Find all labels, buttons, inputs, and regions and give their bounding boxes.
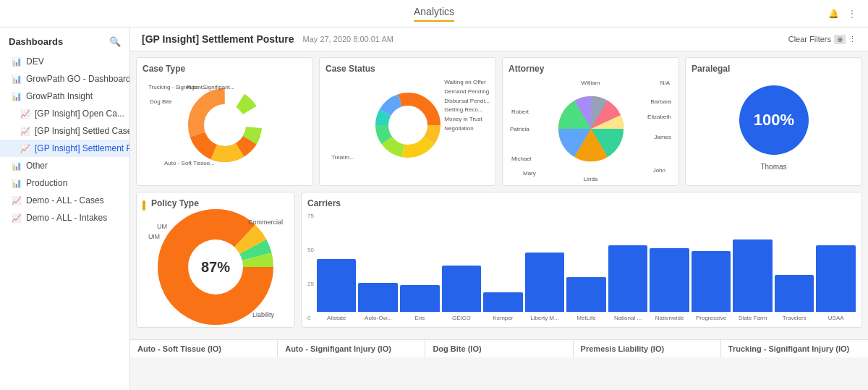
carrier-label: Kemper: [483, 315, 523, 321]
attorney-svg: [544, 82, 638, 176]
sidebar-header: Dashboards 🔍: [0, 33, 129, 53]
chart-icon: 📈: [20, 144, 30, 153]
footer-item: Auto - Soft Tissue (IO): [130, 340, 278, 357]
dashboard-row-2: Policy Type 87%: [136, 192, 862, 328]
dashboard-row-1: Case Type: [136, 57, 862, 186]
chart-icon: 📊: [12, 92, 22, 101]
attorney-chart: William N/A Robert Barbara Patricia Eliz…: [509, 78, 673, 179]
paralegal-chart: 100% Thomas: [692, 78, 856, 172]
y-label: 0: [307, 315, 314, 321]
carrier-label: GEICO: [442, 315, 482, 321]
policy-accent: [142, 200, 145, 211]
carrier-bar: [483, 292, 523, 312]
policy-type-card: Policy Type 87%: [136, 192, 295, 328]
carrier-bar: [566, 277, 606, 312]
footer-row: Auto - Soft Tissue (IO)Auto - Signifigan…: [130, 339, 868, 357]
sidebar-title: Dashboards: [9, 36, 63, 47]
sidebar-item-demo-intakes[interactable]: 📈 Demo - ALL - Intakes: [0, 209, 129, 226]
carrier-label: Allstate: [317, 315, 357, 321]
sidebar-item-settlement-posture[interactable]: 📈 [GP Insight] Settlement P...: [0, 140, 129, 157]
search-icon[interactable]: 🔍: [109, 36, 121, 47]
carrier-label: National ...: [608, 315, 648, 321]
carrier-label: USAA: [816, 315, 856, 321]
footer-item: Premesis Liability (IO): [574, 340, 721, 357]
y-axis: 0 25 50 75: [307, 213, 317, 321]
sidebar-item-production[interactable]: 📊 Production: [0, 174, 129, 192]
carrier-bar: [816, 245, 856, 312]
y-label: 50: [307, 247, 314, 253]
paralegal-svg: 100%: [734, 80, 814, 160]
case-status-title: Case Status: [326, 64, 490, 74]
chart-icon: 📊: [12, 75, 22, 84]
case-type-chart: Auto - Signifigant... Trucking - Signifi…: [142, 78, 307, 172]
sidebar-item-other[interactable]: 📊 Other: [0, 157, 129, 174]
app-title: Analytics: [414, 6, 454, 22]
top-nav: Analytics 🔔 ⋮: [0, 0, 868, 27]
dashboard-title: [GP Insight] Settlement Posture: [142, 33, 294, 45]
case-type-title: Case Type: [142, 64, 307, 74]
svg-text:100%: 100%: [753, 111, 793, 129]
chart-icon: 📊: [12, 57, 22, 67]
carrier-bar: [692, 251, 731, 312]
carrier-bar: [442, 266, 482, 312]
case-type-card: Case Type: [136, 57, 313, 186]
footer-item: Trucking - Signifigant Injury (IO): [721, 340, 868, 357]
y-label: 75: [307, 213, 314, 219]
case-type-svg: [182, 82, 268, 169]
sidebar-item-dev[interactable]: 📊 DEV: [0, 53, 129, 70]
policy-type-title: Policy Type: [151, 198, 199, 208]
carrier-bar: [358, 283, 398, 312]
carrier-label: Auto-Ow...: [358, 315, 398, 321]
policy-svg: 87%: [165, 216, 266, 318]
more-icon[interactable]: ⋮: [848, 35, 856, 44]
carriers-title: Carriers: [307, 198, 856, 208]
bar-labels: AllstateAuto-Ow...ErieGEICOKemperLiberty…: [317, 315, 856, 321]
sidebar-item-settled-cases[interactable]: 📈 [GP Insight] Settled Cases: [0, 122, 129, 140]
chart-icon: 📊: [12, 179, 22, 188]
dashboard-date: May 27, 2020 8:00:01 AM: [303, 35, 393, 43]
sidebar-item-growpath-insight[interactable]: 📊 GrowPath Insight: [0, 88, 129, 105]
case-status-svg: [368, 85, 448, 165]
svg-point-4: [205, 105, 245, 145]
svg-text:87%: 87%: [201, 259, 230, 275]
content-header: [GP Insight] Settlement Posture May 27, …: [130, 27, 868, 51]
carrier-label: MetLife: [566, 315, 606, 321]
sidebar: Dashboards 🔍 📊 DEV 📊 GrowPath GO - Dashb…: [0, 27, 130, 390]
attorney-card: Attorney: [502, 57, 679, 186]
carrier-label: State Farm: [733, 315, 773, 321]
carrier-label: Erie: [400, 315, 440, 321]
attorney-title: Attorney: [509, 64, 673, 74]
carrier-bar: [775, 275, 814, 312]
carrier-bar: [650, 248, 689, 312]
sidebar-item-open-cases[interactable]: 📈 [GP Insight] Open Ca...: [0, 105, 129, 122]
carrier-bar: [400, 285, 440, 312]
chart-icon: 📊: [12, 161, 22, 171]
main-layout: Dashboards 🔍 📊 DEV 📊 GrowPath GO - Dashb…: [0, 27, 868, 390]
case-status-card: Case Status Wait: [319, 57, 496, 186]
carrier-bar: [317, 259, 357, 312]
chart-icon: 📈: [20, 109, 30, 119]
menu-icon[interactable]: ⋮: [848, 9, 856, 19]
bell-icon[interactable]: 🔔: [828, 9, 839, 19]
policy-type-chart: 87% Commercial UM UiM Liability: [142, 213, 289, 321]
chart-icon: 📈: [20, 127, 30, 136]
dashboard-grid: Case Type: [130, 51, 868, 339]
y-label: 25: [307, 281, 314, 287]
nav-icons: 🔔 ⋮: [828, 9, 856, 19]
sidebar-item-demo-cases[interactable]: 📈 Demo - ALL - Cases: [0, 192, 129, 209]
footer-item: Auto - Signifigant Injury (IO): [278, 340, 425, 357]
paralegal-label: Thomas: [760, 163, 786, 171]
carriers-chart-inner: 0 25 50 75 AllstateAuto-Ow...ErieGEICOKe…: [307, 213, 856, 321]
carrier-label: Travelers: [775, 315, 814, 321]
content-area: [GP Insight] Settlement Posture May 27, …: [130, 27, 868, 390]
carrier-bar: [525, 253, 565, 312]
carrier-label: Nationwide: [650, 315, 689, 321]
carrier-label: Progressive: [692, 315, 731, 321]
case-status-chart: Waiting on Offer Demand Pending Disbursa…: [326, 78, 490, 172]
filter-badge: ⊕: [834, 35, 846, 44]
sidebar-item-growpath-go[interactable]: 📊 GrowPath GO - Dashboard: [0, 70, 129, 88]
clear-filters-button[interactable]: Clear Filters ⊕ ⋮: [788, 35, 856, 44]
carrier-bar: [733, 239, 773, 312]
carriers-chart: 0 25 50 75 AllstateAuto-Ow...ErieGEICOKe…: [307, 213, 856, 321]
bar-area: [317, 213, 856, 313]
